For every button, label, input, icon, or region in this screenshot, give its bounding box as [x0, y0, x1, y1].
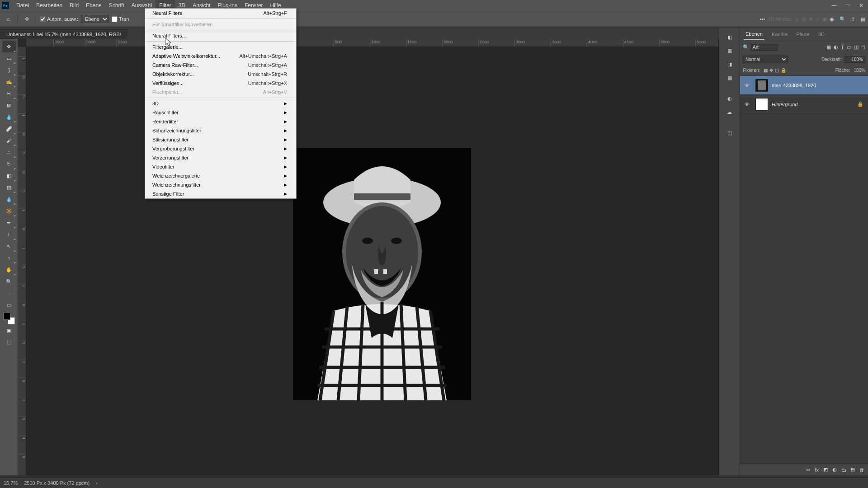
menu-item-sonstige-filter[interactable]: Sonstige Filter▶: [145, 189, 296, 198]
menu-bild[interactable]: Bild: [66, 0, 82, 11]
menu-item-weichzeichnungsfilter[interactable]: Weichzeichnungsfilter▶: [145, 180, 296, 189]
lock-pixels-icon[interactable]: ▦: [764, 68, 768, 73]
crop-tool[interactable]: ✂: [2, 88, 16, 99]
zoom-tool[interactable]: 🔍: [2, 276, 16, 287]
history-brush-tool[interactable]: ↻: [2, 158, 16, 170]
menu-item-filtergalerie-[interactable]: Filtergalerie...: [145, 42, 296, 52]
path-select-tool[interactable]: ↖: [2, 240, 16, 252]
status-arrow-icon[interactable]: ›: [96, 480, 98, 486]
menu-item-neural-filters[interactable]: Neural FiltersAlt+Strg+F: [145, 9, 296, 18]
layer-name[interactable]: man-4333898_1920: [772, 83, 816, 88]
maximize-button[interactable]: □: [841, 2, 854, 9]
hand-tool[interactable]: ✋: [2, 264, 16, 276]
menu-bearbeiten[interactable]: Bearbeiten: [33, 0, 66, 11]
quick-select-tool[interactable]: ✍: [2, 76, 16, 88]
workspace-icon[interactable]: ▦: [861, 16, 865, 22]
menu-item-weichzeichnergalerie[interactable]: Weichzeichnergalerie▶: [145, 171, 296, 180]
layer-name[interactable]: Hintergrund: [772, 102, 797, 107]
menu-item-neural-filters-[interactable]: Neural Filters...: [145, 31, 296, 40]
shape-tool[interactable]: ○: [2, 252, 16, 264]
lock-all-icon[interactable]: 🔒: [781, 68, 786, 73]
eyedropper-tool[interactable]: 💧: [2, 111, 16, 123]
menu-item-objektivkorrektur-[interactable]: Objektivkorrektur...Umschalt+Strg+R: [145, 70, 296, 79]
menu-item-vergr-berungsfilter[interactable]: Vergröberungsfilter▶: [145, 144, 296, 153]
layer-thumbnail[interactable]: [755, 98, 768, 111]
swatches-panel-icon[interactable]: ▦: [723, 45, 736, 56]
filter-type-icon[interactable]: T: [841, 45, 844, 50]
menu-item-3d[interactable]: 3D▶: [145, 99, 296, 108]
auto-select-checkbox[interactable]: Autom. ausw.:: [40, 16, 78, 22]
dodge-tool[interactable]: 🔆: [2, 205, 16, 217]
libraries-panel-icon[interactable]: ☁: [723, 107, 736, 117]
quick-mask[interactable]: ▣: [2, 324, 16, 336]
group-icon[interactable]: 🗀: [841, 467, 846, 473]
delete-layer-icon[interactable]: 🗑: [859, 467, 864, 473]
adjustments-panel-icon[interactable]: ◐: [723, 93, 736, 104]
blend-mode-dropdown[interactable]: Normal: [743, 56, 788, 63]
lock-position-icon[interactable]: ✥: [769, 68, 773, 73]
menu-item-stilisierungsfilter[interactable]: Stilisierungsfilter▶: [145, 135, 296, 144]
new-layer-icon[interactable]: ⊞: [851, 467, 855, 473]
panel-tab-ebenen[interactable]: Ebenen: [744, 28, 764, 40]
clone-stamp-tool[interactable]: ⛬: [2, 146, 16, 158]
adjustment-layer-icon[interactable]: ◐: [832, 467, 837, 473]
menu-schrift[interactable]: Schrift: [105, 0, 128, 11]
close-button[interactable]: ✕: [854, 2, 868, 9]
screen-mode-2[interactable]: ⬚: [2, 336, 16, 348]
vertical-ruler[interactable]: 1051050510152025303540: [18, 47, 26, 475]
edit-toolbar[interactable]: ⋯: [2, 287, 16, 299]
zoom-level[interactable]: 15,7%: [4, 480, 18, 486]
brush-tool[interactable]: 🖌: [2, 135, 16, 146]
menu-item-adaptive-weitwinkelkorrektur-[interactable]: Adaptive Weitwinkelkorrektur...Alt+Umsch…: [145, 52, 296, 61]
menu-item-verzerrungsfilter[interactable]: Verzerrungsfilter▶: [145, 153, 296, 162]
filter-adjust-icon[interactable]: ◐: [834, 44, 838, 50]
visibility-toggle[interactable]: 👁: [742, 83, 752, 88]
panel-tab-pfade[interactable]: Pfade: [794, 29, 811, 40]
color-panel-icon[interactable]: ◧: [723, 32, 736, 42]
layer-style-icon[interactable]: fx: [815, 467, 819, 473]
minimize-button[interactable]: —: [827, 2, 841, 9]
foreground-color-swatch[interactable]: [3, 313, 10, 320]
filter-pixel-icon[interactable]: ▦: [826, 44, 831, 50]
frame-tool[interactable]: ⊠: [2, 99, 16, 111]
transform-controls-checkbox[interactable]: Tran: [112, 16, 129, 22]
healing-brush-tool[interactable]: 🩹: [2, 123, 16, 135]
menu-ebene[interactable]: Ebene: [82, 0, 105, 11]
menu-item-rauschfilter[interactable]: Rauschfilter▶: [145, 108, 296, 117]
filter-shape-icon[interactable]: ▭: [847, 44, 851, 50]
overflow-icon[interactable]: •••: [760, 16, 765, 22]
menu-item-scharfzeichnungsfilter[interactable]: Scharfzeichnungsfilter▶: [145, 126, 296, 135]
gradient-tool[interactable]: ▤: [2, 182, 16, 193]
layer-mask-icon[interactable]: ◩: [823, 467, 828, 473]
document-tab[interactable]: Unbenannt-1 bei 15,7% (man-4333898_1920,…: [0, 29, 127, 39]
filter-toggle[interactable]: ◻: [861, 44, 865, 50]
color-swatches[interactable]: [3, 313, 15, 324]
eraser-tool[interactable]: ◧: [2, 170, 16, 182]
visibility-toggle[interactable]: 👁: [742, 102, 752, 107]
menu-item-videofilter[interactable]: Videofilter▶: [145, 162, 296, 171]
move-tool[interactable]: ✥: [2, 41, 16, 52]
menu-item-verfl-ssigen-[interactable]: Verflüssigen...Umschalt+Strg+X: [145, 79, 296, 88]
layer-row[interactable]: 👁Hintergrund🔒: [740, 95, 868, 114]
blur-tool[interactable]: 💧: [2, 193, 16, 205]
auto-select-target-dropdown[interactable]: Ebene: [81, 15, 109, 23]
canvas[interactable]: [26, 47, 718, 475]
gradients-panel-icon[interactable]: ◨: [723, 59, 736, 70]
lock-artboard-icon[interactable]: ◫: [775, 68, 779, 73]
screen-mode[interactable]: ▭: [2, 299, 16, 311]
search-icon[interactable]: 🔍: [840, 16, 846, 22]
home-icon[interactable]: ⌂: [3, 14, 14, 24]
properties-panel-icon[interactable]: ◫: [723, 127, 736, 138]
fill-value[interactable]: 100%: [854, 68, 865, 73]
patterns-panel-icon[interactable]: ▩: [723, 72, 736, 83]
panel-tab-3d[interactable]: 3D: [816, 29, 826, 40]
marquee-tool[interactable]: ▭: [2, 52, 16, 64]
layer-row[interactable]: 👁man-4333898_1920: [740, 76, 868, 95]
link-layers-icon[interactable]: ⇔: [806, 467, 810, 473]
horizontal-ruler[interactable]: 3500300025005001000150020002500300035004…: [26, 39, 718, 47]
layer-thumbnail[interactable]: [755, 79, 768, 92]
menu-datei[interactable]: Datei: [13, 0, 33, 11]
move-tool-icon[interactable]: ✥: [21, 14, 32, 24]
menu-item-renderfilter[interactable]: Renderfilter▶: [145, 117, 296, 126]
opacity-value[interactable]: 100%: [844, 56, 865, 63]
